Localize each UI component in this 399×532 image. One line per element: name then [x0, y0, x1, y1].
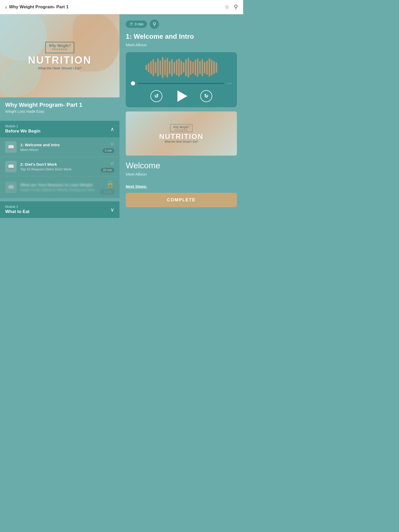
wave-bar [145, 65, 147, 70]
lesson-3-info: What are Your Reasons to Lose Weight Hea… [20, 183, 97, 192]
lesson-3-meta: 🔒 10 min [101, 180, 114, 194]
lesson-1-meta: ☆ 3 min [103, 141, 114, 153]
lesson-2-time: 20 min [101, 168, 114, 172]
link-icon[interactable]: ⚲ [234, 4, 238, 10]
back-button[interactable]: ‹ [5, 4, 7, 10]
lesson-1-star-icon[interactable]: ☆ [110, 141, 114, 147]
lesson-3-icon-img: 📖 [8, 184, 14, 190]
content-author: Meet Allison [126, 43, 237, 47]
course-title: Why Weight Program- Part 1 [5, 102, 114, 108]
wave-bar [185, 59, 187, 76]
wave-bar [199, 61, 201, 74]
thumb-preview-subtitle: What the Heek Should I Eat? [159, 140, 203, 143]
wave-bar [211, 60, 212, 75]
thumbnail-program-label: PROGRAM [49, 48, 71, 51]
thumb-preview-logo-text: Why Weight? [173, 125, 189, 129]
module-2-info: Module 2 What to Eat [5, 205, 30, 214]
thumbnail-logo-box: Why Weight? PROGRAM [45, 42, 74, 53]
wave-bar [164, 60, 166, 75]
progress-row[interactable]: --:-- [131, 81, 232, 85]
lesson-1-title: 1: Welcome and Intro [20, 143, 99, 147]
wave-bar [167, 58, 168, 77]
bookmark-icon[interactable]: ☆ [224, 4, 230, 10]
rewind-label: 15 [155, 95, 158, 97]
lesson-2-star-icon[interactable]: ☆ [110, 161, 114, 166]
module-2-name: What to Eat [5, 209, 30, 214]
module-1-name: Before We Begin [5, 129, 41, 134]
duration-text: 3 min [135, 22, 143, 26]
thumbnail-main-title: NUTRITION [28, 55, 92, 65]
wave-bar [162, 57, 163, 78]
lesson-3-title: What are Your Reasons to Lose Weight [20, 183, 97, 187]
wave-bar [202, 59, 203, 76]
header: ‹ Why Weight Program- Part 1 ☆ ⚲ [0, 0, 243, 14]
wave-bar [188, 58, 189, 77]
wave-bar [148, 63, 149, 72]
lesson-2-info: 2: Diet's Don't Work Top 10 Reasons Diet… [20, 162, 97, 171]
lesson-1-info: 1: Welcome and Intro Meet Allison [20, 143, 99, 152]
course-thumbnail: Why Weight? PROGRAM NUTRITION What the H… [0, 14, 119, 97]
lesson-3-time: 10 min [101, 190, 114, 194]
player-controls: 15 15 [131, 90, 232, 102]
course-subtitle: Weight Loss made Easy [5, 109, 114, 114]
link-badge[interactable]: ⚲ [150, 19, 159, 29]
module-2-label: Module 2 [5, 205, 30, 209]
progress-bar[interactable] [138, 83, 224, 84]
wave-bar [213, 61, 215, 74]
lesson-2-title: 2: Diet's Don't Work [20, 162, 97, 167]
progress-fill [138, 83, 142, 84]
lesson-1-icon: 📖 [5, 141, 17, 153]
play-button[interactable] [177, 90, 187, 102]
wave-bar [152, 59, 154, 76]
module-2-toggle-icon[interactable]: ∨ [110, 207, 114, 213]
module-2-header[interactable]: Module 2 What to Eat ∨ [0, 201, 119, 218]
wave-bar [204, 62, 205, 74]
progress-dot [131, 81, 135, 85]
wave-bar [190, 61, 191, 75]
wave-bar [192, 62, 194, 74]
thumbnail-preview: Why Weight? PROGRAM NUTRITION What the H… [126, 111, 237, 156]
forward-button[interactable]: 15 [200, 90, 212, 102]
module-1-toggle-icon[interactable]: ∧ [110, 126, 114, 132]
wave-bar [183, 62, 184, 73]
header-icons: ☆ ⚲ [224, 4, 238, 10]
complete-button[interactable]: COMPLETE [126, 193, 237, 207]
lesson-item-1[interactable]: 📖 1: Welcome and Intro Meet Allison ☆ 3 … [0, 137, 119, 157]
lesson-2-subtitle: Top 10 Reasons Diet's Don't Work [20, 167, 97, 171]
lesson-3-subtitle: Health issues related to Obesity, findin… [20, 188, 97, 192]
welcome-author: Meet Allison [126, 172, 237, 176]
wave-bar [159, 61, 161, 75]
lesson-2-icon: 📖 [5, 161, 17, 172]
thumbnail-subtitle: What the Heek Should I Eat? [28, 66, 92, 70]
wave-bar [195, 60, 196, 75]
lesson-list-1: 📖 1: Welcome and Intro Meet Allison ☆ 3 … [0, 137, 119, 198]
thumb-preview-logo: Why Weight? PROGRAM [170, 124, 192, 132]
forward-label: 15 [205, 95, 208, 97]
wave-bar [206, 61, 208, 75]
thumb-preview-content: Why Weight? PROGRAM NUTRITION What the H… [159, 124, 203, 143]
lesson-item-2[interactable]: 📖 2: Diet's Don't Work Top 10 Reasons Di… [0, 157, 119, 176]
header-title: Why Weight Program- Part 1 [9, 4, 69, 10]
duration-row: ⏱ 3 min ⚲ [126, 19, 237, 29]
wave-bar [197, 58, 198, 77]
rewind-button[interactable]: 15 [150, 90, 162, 102]
clock-icon: ⏱ [129, 22, 133, 26]
module-2-section: Module 2 What to Eat ∨ [0, 201, 119, 218]
thumb-preview-program: PROGRAM [173, 129, 189, 131]
module-1-header[interactable]: Module 1 Before We Begin ∧ [0, 121, 119, 137]
content-title: 1: Welcome and Intro [126, 32, 237, 41]
link-badge-icon: ⚲ [153, 21, 156, 27]
progress-time: --:-- [227, 82, 232, 85]
lesson-item-3-locked: 📖 What are Your Reasons to Lose Weight H… [0, 176, 119, 198]
thumb-preview-main-title: NUTRITION [159, 133, 203, 140]
header-left: ‹ Why Weight Program- Part 1 [5, 4, 69, 10]
wave-bar [150, 61, 152, 74]
thumbnail-overlay: Why Weight? PROGRAM NUTRITION What the H… [23, 37, 97, 75]
wave-bar [174, 62, 175, 74]
module-1-section: Module 1 Before We Begin ∧ 📖 1: Welcome … [0, 121, 119, 198]
wave-bar [171, 59, 173, 76]
next-steps-label: Next Steps: [126, 184, 237, 189]
wave-bar [216, 62, 217, 73]
course-info: Why Weight Program- Part 1 Weight Loss m… [0, 97, 119, 118]
left-panel: Why Weight? PROGRAM NUTRITION What the H… [0, 14, 119, 223]
